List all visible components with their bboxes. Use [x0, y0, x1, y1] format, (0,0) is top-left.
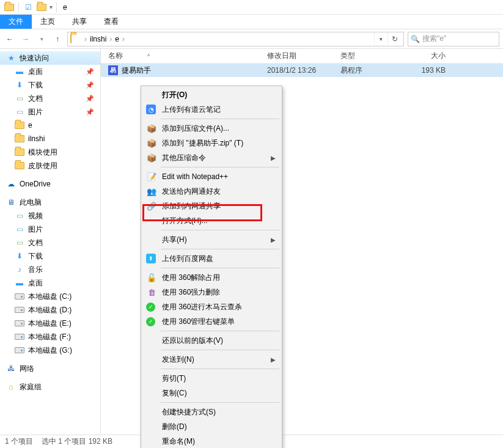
- pc-icon: 🖥: [6, 197, 16, 207]
- menu-360-delete[interactable]: 🗑使用 360强力删除: [142, 285, 281, 299]
- file-row[interactable]: 易 捷易助手 2018/1/2 13:26 易程序 193 KB: [101, 64, 503, 77]
- column-headers[interactable]: 名称^ 修改日期 类型 大小: [101, 49, 503, 64]
- sidebar-downloads-2[interactable]: ⬇下载: [0, 249, 100, 263]
- download-icon: ⬇: [15, 80, 24, 90]
- homegroup-icon: ⌂: [6, 382, 16, 392]
- address-bar[interactable]: › ilnshi › e › ▾ ↻: [67, 32, 404, 46]
- archive-icon: 📦: [146, 138, 157, 149]
- menu-add-zip[interactable]: 📦添加到 "捷易助手.zip" (T): [142, 136, 281, 150]
- menu-copy[interactable]: 复制(C): [142, 386, 281, 400]
- sidebar-documents-2[interactable]: ▭文档: [0, 236, 100, 249]
- menu-rename[interactable]: 重命名(M): [142, 434, 281, 448]
- sidebar-pictures[interactable]: ▭图片📌: [0, 105, 100, 119]
- up-button[interactable]: ↑: [51, 33, 64, 45]
- pin-icon: 📌: [86, 95, 94, 103]
- menu-360-unlock[interactable]: 🔓使用 360解除占用: [142, 270, 281, 285]
- menu-send-friend[interactable]: 👥发送给内网通好友: [142, 184, 281, 199]
- sidebar-quick-access[interactable]: ★快速访问: [0, 51, 100, 65]
- pin-icon: 📌: [86, 108, 94, 116]
- address-dropdown[interactable]: ▾: [374, 32, 387, 46]
- menu-360-scan[interactable]: ✓使用 360进行木马云查杀: [142, 299, 281, 314]
- status-item-count: 1 个项目: [5, 436, 33, 447]
- navbar: ← → ▾ ↑ › ilnshi › e › ▾ ↻ 🔍 搜索"e": [0, 29, 503, 49]
- menu-add-archive[interactable]: 📦添加到压缩文件(A)...: [142, 121, 281, 136]
- back-button[interactable]: ←: [4, 33, 16, 45]
- col-date[interactable]: 修改日期: [260, 51, 333, 61]
- tab-share[interactable]: 共享: [64, 15, 95, 29]
- sidebar-drive-f[interactable]: 本地磁盘 (F:): [0, 330, 100, 343]
- menu-delete[interactable]: 删除(D): [142, 419, 281, 434]
- sidebar-music[interactable]: ♪音乐: [0, 263, 100, 276]
- baidu-icon: ⬆: [146, 254, 156, 263]
- desktop-icon: ▬: [15, 67, 24, 76]
- navigation-pane: ★快速访问 ▬桌面📌 ⬇下载📌 ▭文档📌 ▭图片📌 e ilnshi 模块使用 …: [0, 49, 101, 435]
- ribbon-tabs: 文件 主页 共享 查看: [0, 15, 503, 29]
- chevron-right-icon[interactable]: ›: [108, 35, 114, 43]
- tab-file[interactable]: 文件: [0, 15, 32, 29]
- forward-button[interactable]: →: [20, 33, 32, 45]
- sidebar-drive-c[interactable]: 本地磁盘 (C:): [0, 290, 100, 303]
- sidebar-folder-skin[interactable]: 皮肤使用: [0, 159, 100, 172]
- titlebar: ☑ ▾ e: [0, 0, 503, 15]
- qat-properties-icon[interactable]: ☑: [23, 2, 33, 12]
- sidebar-desktop-2[interactable]: ▬桌面: [0, 276, 100, 290]
- sidebar-videos[interactable]: ▭视频: [0, 209, 100, 222]
- menu-other-compress[interactable]: 📦其他压缩命令▶: [142, 150, 281, 165]
- sidebar-folder-e[interactable]: e: [0, 119, 100, 132]
- sidebar-drive-e[interactable]: 本地磁盘 (E:): [0, 317, 100, 330]
- sidebar-desktop[interactable]: ▬桌面📌: [0, 65, 100, 78]
- sidebar-downloads[interactable]: ⬇下载📌: [0, 78, 100, 92]
- chevron-right-icon: ▶: [271, 155, 276, 161]
- archive-icon: 📦: [146, 152, 157, 163]
- folder-icon: [4, 2, 14, 12]
- col-size[interactable]: 大小: [400, 51, 455, 61]
- search-input[interactable]: 🔍 搜索"e": [408, 32, 499, 46]
- sidebar-documents[interactable]: ▭文档📌: [0, 92, 100, 105]
- menu-notepad[interactable]: 📝Edit with Notepad++: [142, 169, 281, 184]
- search-icon: 🔍: [411, 35, 420, 43]
- document-icon: ▭: [15, 94, 24, 103]
- archive-icon: 📦: [146, 123, 157, 134]
- folder-icon: [15, 120, 24, 130]
- chevron-right-icon[interactable]: ›: [120, 35, 127, 43]
- folder-icon: [70, 34, 80, 44]
- menu-restore[interactable]: 还原以前的版本(V): [142, 333, 281, 348]
- sidebar-this-pc[interactable]: 🖥此电脑: [0, 196, 100, 209]
- menu-add-intranet[interactable]: 🔗添加到内网通共享: [142, 199, 281, 213]
- sidebar-folder-ilnshi[interactable]: ilnshi: [0, 132, 100, 145]
- share-icon: 🔗: [146, 200, 157, 211]
- col-type[interactable]: 类型: [333, 51, 400, 61]
- menu-open-with[interactable]: 打开方式(H)...: [142, 213, 281, 228]
- sidebar-homegroup[interactable]: ⌂家庭组: [0, 380, 100, 394]
- sidebar-pictures-2[interactable]: ▭图片: [0, 222, 100, 236]
- network-icon: 🖧: [6, 364, 16, 373]
- file-size-cell: 193 KB: [400, 66, 455, 75]
- breadcrumb-item[interactable]: e: [114, 35, 120, 43]
- sidebar-drive-d[interactable]: 本地磁盘 (D:): [0, 303, 100, 317]
- menu-shortcut[interactable]: 创建快捷方式(S): [142, 405, 281, 419]
- sidebar-drive-g[interactable]: 本地磁盘 (G:): [0, 343, 100, 357]
- chevron-right-icon[interactable]: ›: [83, 35, 89, 43]
- menu-360-rmenu[interactable]: ✓使用 360管理右键菜单: [142, 314, 281, 329]
- menu-youdao[interactable]: ◔上传到有道云笔记: [142, 102, 281, 117]
- menu-send-to[interactable]: 发送到(N)▶: [142, 352, 281, 367]
- recent-dropdown[interactable]: ▾: [35, 33, 48, 45]
- refresh-button[interactable]: ↻: [387, 32, 401, 46]
- tab-home[interactable]: 主页: [32, 15, 64, 29]
- 360-icon: 🔓: [146, 272, 157, 283]
- desktop-icon: ▬: [15, 278, 24, 288]
- folder-icon[interactable]: [37, 2, 46, 12]
- menu-baidu[interactable]: ⬆上传到百度网盘: [142, 251, 281, 266]
- picture-icon: ▭: [15, 107, 24, 117]
- breadcrumb-item[interactable]: ilnshi: [89, 35, 108, 43]
- sort-indicator-icon: ^: [147, 53, 150, 59]
- sidebar-network[interactable]: 🖧网络: [0, 362, 100, 375]
- tab-view[interactable]: 查看: [95, 15, 127, 29]
- col-name[interactable]: 名称^: [101, 51, 260, 61]
- picture-icon: ▭: [15, 224, 24, 234]
- menu-share[interactable]: 共享(H)▶: [142, 232, 281, 247]
- menu-cut[interactable]: 剪切(T): [142, 371, 281, 386]
- menu-open[interactable]: 打开(O): [142, 87, 281, 102]
- sidebar-folder-mod[interactable]: 模块使用: [0, 145, 100, 159]
- sidebar-onedrive[interactable]: ☁OneDrive: [0, 177, 100, 191]
